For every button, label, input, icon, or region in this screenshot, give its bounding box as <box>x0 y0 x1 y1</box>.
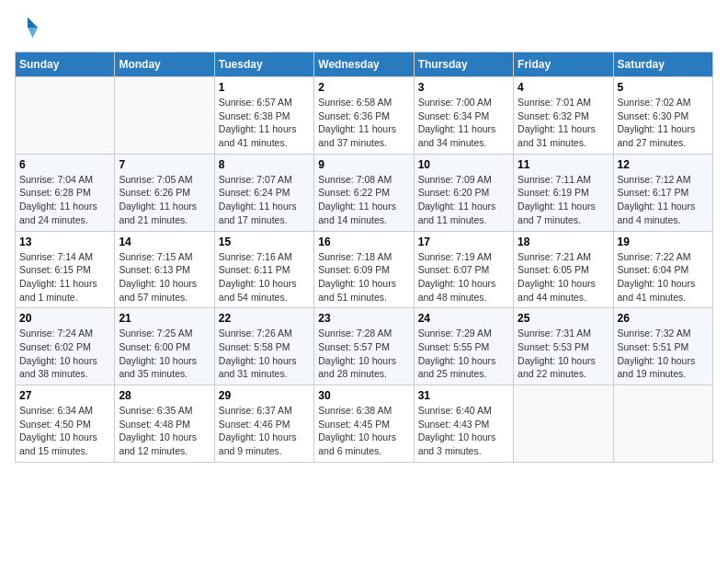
day-number: 16 <box>318 236 409 248</box>
day-info: Sunrise: 7:19 AMSunset: 6:07 PMDaylight:… <box>418 250 509 304</box>
calendar-cell: 15Sunrise: 7:16 AMSunset: 6:11 PMDayligh… <box>214 231 313 308</box>
day-number: 9 <box>318 158 409 171</box>
day-number: 4 <box>518 81 609 94</box>
calendar-cell: 12Sunrise: 7:12 AMSunset: 6:17 PMDayligh… <box>613 154 712 231</box>
day-info: Sunrise: 7:26 AMSunset: 5:58 PMDaylight:… <box>219 327 310 381</box>
calendar-cell: 31Sunrise: 6:40 AMSunset: 4:43 PMDayligh… <box>414 385 513 463</box>
day-number: 17 <box>418 236 509 248</box>
day-info: Sunrise: 7:16 AMSunset: 6:11 PMDaylight:… <box>219 250 310 304</box>
day-number: 10 <box>418 158 509 171</box>
calendar-cell: 1Sunrise: 6:57 AMSunset: 6:38 PMDaylight… <box>214 77 313 155</box>
day-number: 6 <box>19 158 110 171</box>
calendar-cell: 6Sunrise: 7:04 AMSunset: 6:28 PMDaylight… <box>16 154 115 231</box>
day-number: 18 <box>518 236 609 248</box>
day-info: Sunrise: 7:00 AMSunset: 6:34 PMDaylight:… <box>418 96 509 150</box>
day-number: 15 <box>219 236 310 248</box>
calendar-cell: 30Sunrise: 6:38 AMSunset: 4:45 PMDayligh… <box>314 385 414 463</box>
day-number: 29 <box>219 389 310 402</box>
day-number: 3 <box>418 81 509 94</box>
calendar-cell <box>16 77 115 155</box>
calendar-cell: 29Sunrise: 6:37 AMSunset: 4:46 PMDayligh… <box>214 385 313 463</box>
day-number: 5 <box>618 81 709 94</box>
day-info: Sunrise: 7:09 AMSunset: 6:20 PMDaylight:… <box>418 173 509 227</box>
day-info: Sunrise: 7:11 AMSunset: 6:19 PMDaylight:… <box>518 173 609 227</box>
day-info: Sunrise: 7:18 AMSunset: 6:09 PMDaylight:… <box>318 250 409 304</box>
day-info: Sunrise: 6:58 AMSunset: 6:36 PMDaylight:… <box>318 96 409 150</box>
day-number: 11 <box>518 158 609 171</box>
weekday-header-row: SundayMondayTuesdayWednesdayThursdayFrid… <box>16 52 713 77</box>
calendar-cell: 11Sunrise: 7:11 AMSunset: 6:19 PMDayligh… <box>514 154 613 231</box>
calendar-cell <box>613 385 712 463</box>
day-info: Sunrise: 6:40 AMSunset: 4:43 PMDaylight:… <box>418 404 509 458</box>
day-info: Sunrise: 7:01 AMSunset: 6:32 PMDaylight:… <box>518 96 609 150</box>
calendar-cell: 9Sunrise: 7:08 AMSunset: 6:22 PMDaylight… <box>314 154 414 231</box>
svg-marker-1 <box>28 28 38 38</box>
day-info: Sunrise: 7:22 AMSunset: 6:04 PMDaylight:… <box>618 250 709 304</box>
day-number: 23 <box>318 312 409 325</box>
calendar-cell: 10Sunrise: 7:09 AMSunset: 6:20 PMDayligh… <box>414 154 513 231</box>
day-number: 8 <box>219 158 310 171</box>
logo <box>15 15 44 40</box>
calendar-cell: 28Sunrise: 6:35 AMSunset: 4:48 PMDayligh… <box>115 385 214 463</box>
day-info: Sunrise: 7:29 AMSunset: 5:55 PMDaylight:… <box>418 327 509 381</box>
calendar-cell: 4Sunrise: 7:01 AMSunset: 6:32 PMDaylight… <box>514 77 613 155</box>
calendar-cell <box>514 385 613 463</box>
calendar-cell: 13Sunrise: 7:14 AMSunset: 6:15 PMDayligh… <box>16 231 115 308</box>
calendar-week-4: 20Sunrise: 7:24 AMSunset: 6:02 PMDayligh… <box>16 308 713 385</box>
calendar-cell: 24Sunrise: 7:29 AMSunset: 5:55 PMDayligh… <box>414 308 513 385</box>
page-header <box>15 15 713 40</box>
day-info: Sunrise: 7:12 AMSunset: 6:17 PMDaylight:… <box>618 173 709 227</box>
weekday-header-thursday: Thursday <box>414 52 513 77</box>
calendar-cell: 26Sunrise: 7:32 AMSunset: 5:51 PMDayligh… <box>613 308 712 385</box>
calendar-cell <box>115 77 214 155</box>
day-number: 13 <box>19 236 110 248</box>
day-info: Sunrise: 7:05 AMSunset: 6:26 PMDaylight:… <box>119 173 210 227</box>
calendar-week-5: 27Sunrise: 6:34 AMSunset: 4:50 PMDayligh… <box>16 385 713 463</box>
day-info: Sunrise: 6:38 AMSunset: 4:45 PMDaylight:… <box>318 404 409 458</box>
day-number: 22 <box>219 312 310 325</box>
calendar-cell: 19Sunrise: 7:22 AMSunset: 6:04 PMDayligh… <box>613 231 712 308</box>
calendar-cell: 2Sunrise: 6:58 AMSunset: 6:36 PMDaylight… <box>314 77 414 155</box>
day-info: Sunrise: 7:15 AMSunset: 6:13 PMDaylight:… <box>119 250 210 304</box>
day-number: 21 <box>119 312 210 325</box>
day-number: 31 <box>418 389 509 402</box>
calendar-cell: 14Sunrise: 7:15 AMSunset: 6:13 PMDayligh… <box>115 231 214 308</box>
day-number: 1 <box>219 81 310 94</box>
calendar-week-2: 6Sunrise: 7:04 AMSunset: 6:28 PMDaylight… <box>16 154 713 231</box>
day-info: Sunrise: 6:57 AMSunset: 6:38 PMDaylight:… <box>219 96 310 150</box>
weekday-header-tuesday: Tuesday <box>214 52 313 77</box>
day-number: 7 <box>119 158 210 171</box>
day-number: 14 <box>119 236 210 248</box>
calendar-week-1: 1Sunrise: 6:57 AMSunset: 6:38 PMDaylight… <box>16 77 713 155</box>
calendar-cell: 7Sunrise: 7:05 AMSunset: 6:26 PMDaylight… <box>115 154 214 231</box>
day-number: 28 <box>119 389 210 402</box>
day-info: Sunrise: 7:07 AMSunset: 6:24 PMDaylight:… <box>219 173 310 227</box>
day-number: 24 <box>418 312 509 325</box>
day-info: Sunrise: 7:31 AMSunset: 5:53 PMDaylight:… <box>518 327 609 381</box>
calendar-table: SundayMondayTuesdayWednesdayThursdayFrid… <box>15 52 713 463</box>
day-info: Sunrise: 7:02 AMSunset: 6:30 PMDaylight:… <box>618 96 709 150</box>
calendar-cell: 18Sunrise: 7:21 AMSunset: 6:05 PMDayligh… <box>514 231 613 308</box>
day-number: 30 <box>318 389 409 402</box>
calendar-cell: 21Sunrise: 7:25 AMSunset: 6:00 PMDayligh… <box>115 308 214 385</box>
weekday-header-saturday: Saturday <box>613 52 712 77</box>
day-info: Sunrise: 6:37 AMSunset: 4:46 PMDaylight:… <box>219 404 310 458</box>
day-number: 2 <box>318 81 409 94</box>
day-number: 20 <box>19 312 110 325</box>
day-number: 19 <box>618 236 709 248</box>
svg-marker-0 <box>28 17 38 28</box>
calendar-cell: 27Sunrise: 6:34 AMSunset: 4:50 PMDayligh… <box>16 385 115 463</box>
day-number: 27 <box>19 389 110 402</box>
calendar-cell: 17Sunrise: 7:19 AMSunset: 6:07 PMDayligh… <box>414 231 513 308</box>
day-info: Sunrise: 7:04 AMSunset: 6:28 PMDaylight:… <box>19 173 110 227</box>
day-info: Sunrise: 6:35 AMSunset: 4:48 PMDaylight:… <box>119 404 210 458</box>
calendar-cell: 20Sunrise: 7:24 AMSunset: 6:02 PMDayligh… <box>16 308 115 385</box>
weekday-header-monday: Monday <box>115 52 214 77</box>
weekday-header-friday: Friday <box>514 52 613 77</box>
calendar-cell: 16Sunrise: 7:18 AMSunset: 6:09 PMDayligh… <box>314 231 414 308</box>
calendar-week-3: 13Sunrise: 7:14 AMSunset: 6:15 PMDayligh… <box>16 231 713 308</box>
day-info: Sunrise: 6:34 AMSunset: 4:50 PMDaylight:… <box>19 404 110 458</box>
day-info: Sunrise: 7:21 AMSunset: 6:05 PMDaylight:… <box>518 250 609 304</box>
weekday-header-wednesday: Wednesday <box>314 52 414 77</box>
logo-icon <box>15 15 40 40</box>
